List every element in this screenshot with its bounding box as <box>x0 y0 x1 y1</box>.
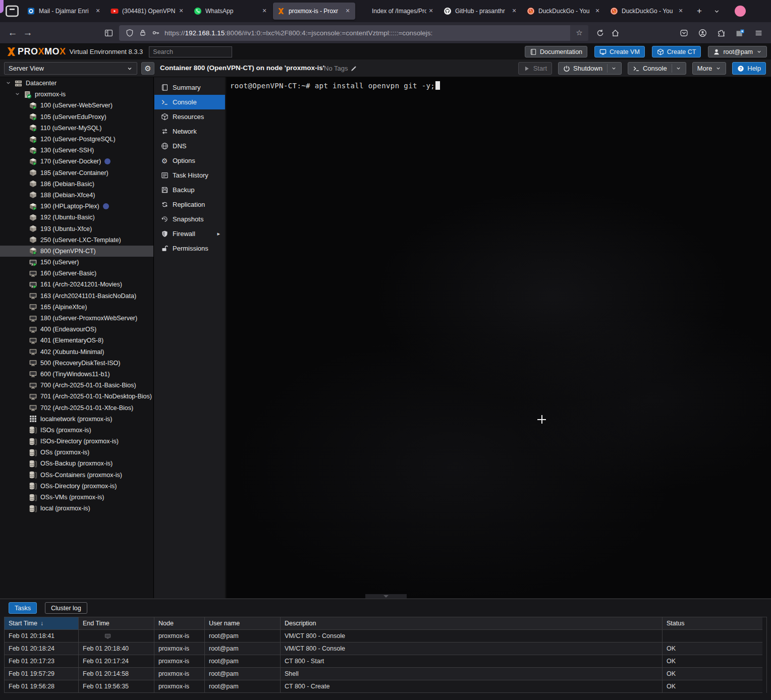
tracking-shield-icon[interactable] <box>123 26 136 39</box>
help-button[interactable]: ?Help <box>732 62 766 75</box>
start-button[interactable]: Start <box>518 62 552 75</box>
panel-splitter-handle[interactable] <box>365 594 407 599</box>
tree-item[interactable]: 600 (TinyWindows11-b1) <box>0 369 153 380</box>
tree-item[interactable]: 150 (uServer) <box>0 257 153 268</box>
tree-item[interactable]: 185 (aServer-Container) <box>0 167 153 179</box>
tree-item[interactable]: 400 (EndeavourOS) <box>0 324 153 335</box>
menu-item[interactable]: Permissions ▸ <box>154 241 225 256</box>
browser-tab[interactable]: Mail - Djalmar Enri × <box>23 3 105 20</box>
tree-item[interactable]: 105 (uServerEduProxy) <box>0 111 153 123</box>
account-icon[interactable] <box>695 25 710 40</box>
back-icon[interactable]: ← <box>5 25 20 40</box>
task-row[interactable]: Feb 01 20:18:41 proxmox-is root@pam VM/C… <box>5 630 766 643</box>
column-description[interactable]: Description <box>281 617 663 630</box>
tree-item[interactable]: 702 (Arch-2025-01-01-Xfce-Bios) <box>0 402 153 413</box>
tree-item[interactable]: ISOs-Directory (proxmox-is) <box>0 436 153 447</box>
tree-item[interactable]: 180 (uServer-ProxmoxWebServer) <box>0 313 153 324</box>
shutdown-button[interactable]: Shutdown <box>558 62 622 75</box>
tab-close-icon[interactable]: × <box>510 7 519 16</box>
tab-close-icon[interactable]: × <box>177 7 186 16</box>
tree-item[interactable]: 401 (ElementaryOS-8) <box>0 335 153 346</box>
tree-item[interactable]: OSs (proxmox-is) <box>0 447 153 458</box>
menu-item[interactable]: Summary ▸ <box>154 80 225 95</box>
documentation-button[interactable]: Documentation <box>525 46 587 57</box>
chevron-down-icon[interactable] <box>676 66 681 71</box>
tree-item[interactable]: 186 (Debian-Basic) <box>0 179 153 190</box>
tree-item[interactable]: 193 (Ubuntu-Xfce) <box>0 223 153 234</box>
menu-item[interactable]: Network ▸ <box>154 124 225 139</box>
task-row[interactable]: Feb 01 20:18:24 Feb 01 20:18:40 proxmox-… <box>5 643 766 655</box>
home-icon[interactable] <box>608 25 623 40</box>
extensions-puzzle-icon[interactable] <box>713 25 729 40</box>
tree-item[interactable]: proxmox-is <box>0 89 153 100</box>
menu-item[interactable]: ⚙ Options ▸ <box>154 153 225 168</box>
column-end-time[interactable]: End Time <box>79 617 154 630</box>
browser-tab[interactable]: WhatsApp × <box>190 3 272 20</box>
browser-tab[interactable]: Index of /Images/Prog × <box>356 3 438 20</box>
list-tabs-icon[interactable] <box>709 4 724 18</box>
new-tab-button[interactable]: + <box>692 4 706 18</box>
browser-tab[interactable]: GitHub - prasanthr × <box>439 3 522 20</box>
tree-item[interactable]: 250 (uServer-LXC-Template) <box>0 235 153 246</box>
browser-tab[interactable]: proxmox-is - Proxr × <box>273 3 355 20</box>
expander-caret-icon[interactable] <box>5 80 13 87</box>
expander-caret-icon[interactable] <box>14 91 22 98</box>
tree-item[interactable]: local (proxmox-is) <box>0 503 153 514</box>
column-start-time[interactable]: Start Time↓ <box>5 617 79 630</box>
bookmark-star-icon[interactable]: ☆ <box>570 25 588 41</box>
tree-item[interactable]: 130 (uServer-SSH) <box>0 145 153 156</box>
menu-item[interactable]: Resources ▸ <box>154 109 225 124</box>
user-menu-button[interactable]: root@pam <box>708 46 767 57</box>
pencil-icon[interactable] <box>348 65 357 72</box>
tree-item[interactable]: 800 (OpenVPN-CT) <box>0 246 153 257</box>
task-row[interactable]: Feb 01 19:57:29 Feb 01 20:14:58 proxmox-… <box>5 668 766 680</box>
tab-close-icon[interactable]: × <box>426 7 435 16</box>
lock-warning-icon[interactable] <box>136 26 149 39</box>
console-button[interactable]: Console <box>628 62 686 75</box>
tree-item[interactable]: 110 (uServer-MySQL) <box>0 123 153 134</box>
tree-item[interactable]: OSs-Backup (proxmox-is) <box>0 458 153 469</box>
menu-item[interactable]: Snapshots ▸ <box>154 212 225 226</box>
menu-item[interactable]: DNS ▸ <box>154 139 225 153</box>
tree-item[interactable]: 701 (Arch-2025-01-01-NoDesktop-Bios) <box>0 391 153 402</box>
menu-item[interactable]: Firewall ▸ <box>154 226 225 241</box>
create-ct-button[interactable]: Create CT <box>652 46 701 57</box>
tab-close-icon[interactable]: × <box>593 7 602 16</box>
tree-item[interactable]: localnetwork (proxmox-is) <box>0 414 153 425</box>
tree-settings-gear-icon[interactable]: ⚙ <box>141 62 154 75</box>
url-bar[interactable]: https://192.168.1.15:8006/#v1:0:=lxc%2F8… <box>119 25 588 41</box>
chevron-down-icon[interactable] <box>611 66 617 71</box>
tree-item[interactable]: 170 (uServer-Docker) <box>0 156 153 167</box>
console-terminal[interactable]: root@OpenVPN-CT:~# apt install openvpn g… <box>226 77 771 598</box>
column-status[interactable]: Status <box>663 617 762 630</box>
tree-item[interactable]: 500 (RecoveryDiskTest-ISO) <box>0 358 153 369</box>
menu-item[interactable]: Replication ▸ <box>154 197 225 212</box>
search-input[interactable] <box>149 46 232 57</box>
menu-item[interactable]: Console ▸ <box>154 95 225 109</box>
tree-item[interactable]: 700 (Arch-2025-01-01-Basic-Bios) <box>0 380 153 391</box>
tree-item[interactable]: 163 (Arch20241101-BasicNoData) <box>0 290 153 302</box>
hamburger-menu-icon[interactable] <box>751 25 766 40</box>
tree-item[interactable]: 160 (uServer-Basic) <box>0 268 153 279</box>
url-text[interactable]: https://192.168.1.15:8006/#v1:0:=lxc%2F8… <box>164 29 570 37</box>
tree-item[interactable]: 165 (AlpineXfce) <box>0 302 153 313</box>
menu-item[interactable]: Task History ▸ <box>154 168 225 183</box>
tree-item[interactable]: ISOs (proxmox-is) <box>0 425 153 436</box>
profile-avatar[interactable] <box>735 6 746 17</box>
view-mode-select[interactable]: Server View <box>4 62 137 75</box>
tree-item[interactable]: OSs-Directory (proxmox-is) <box>0 481 153 492</box>
tree-item[interactable]: OSs-VMs (proxmox-is) <box>0 492 153 503</box>
firefox-view-icon[interactable] <box>4 3 20 19</box>
tags-label[interactable]: No Tags <box>324 65 357 72</box>
browser-tab[interactable]: (304481) OpenVPN × <box>106 3 189 20</box>
tab-close-icon[interactable]: × <box>676 7 685 16</box>
tab-close-icon[interactable]: × <box>343 7 352 16</box>
tree-item[interactable]: 190 (HPLaptop-Plex) <box>0 201 153 212</box>
tree-item[interactable]: 100 (uServer-WebServer) <box>0 100 153 111</box>
tab-close-icon[interactable]: × <box>260 7 269 16</box>
forward-icon[interactable]: → <box>20 25 35 40</box>
column-node[interactable]: Node <box>154 617 205 630</box>
tab-close-icon[interactable]: × <box>93 7 102 16</box>
tree-item[interactable]: 402 (Xubuntu-Minimal) <box>0 346 153 358</box>
tree-item[interactable]: 192 (Ubuntu-Basic) <box>0 212 153 223</box>
